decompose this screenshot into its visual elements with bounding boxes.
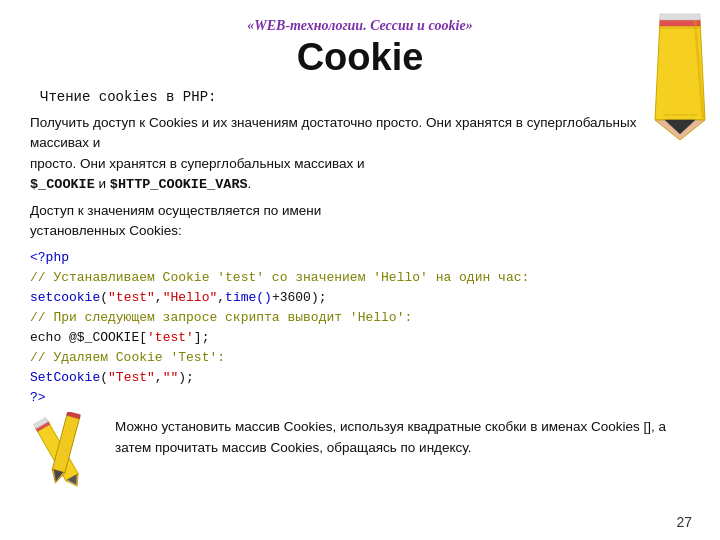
code-block: <?php // Устанавливаем Cookie 'test' со …: [30, 248, 690, 409]
bottom-text: Можно установить массив Cookies, использ…: [105, 417, 690, 459]
bottom-section: Можно установить массив Cookies, использ…: [30, 417, 690, 491]
code-line-3: setcookie("test","Hello",time()+3600);: [30, 288, 690, 308]
page-number: 27: [676, 514, 692, 530]
code-line-7: SetCookie("Test","");: [30, 368, 690, 388]
code-line-2: // Устанавливаем Cookie 'test' со значен…: [30, 268, 690, 288]
code-line-5: echo @$_COOKIE['test'];: [30, 328, 690, 348]
body-paragraph-2: Доступ к значениям осуществляется по име…: [30, 201, 690, 242]
svg-rect-4: [660, 14, 700, 20]
section-heading: Чтение cookies в PHP:: [40, 89, 690, 105]
code-line-1: <?php: [30, 248, 690, 268]
code-line-4: // При следующем запросе скрипта выводит…: [30, 308, 690, 328]
body-paragraph-1: Получить доступ к Cookies и их значениям…: [30, 113, 690, 195]
pencil-right-decoration: [650, 10, 710, 130]
slide: «WEB-технологии. Сессии и cookie» Cookie…: [0, 0, 720, 540]
slide-subtitle: «WEB-технологии. Сессии и cookie»: [30, 18, 690, 34]
code-line-8: ?>: [30, 388, 690, 408]
pencil-left-decoration: [30, 412, 100, 491]
code-line-6: // Удаляем Cookie 'Test':: [30, 348, 690, 368]
slide-title: Cookie: [30, 36, 690, 79]
